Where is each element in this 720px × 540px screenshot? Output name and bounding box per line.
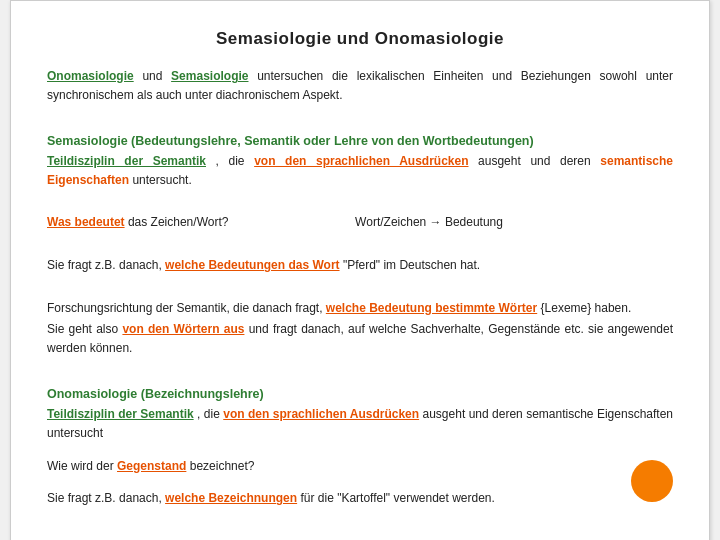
was-bedeutet-line: Was bedeutet das Zeichen/Wort? Wort/Zeic… — [47, 213, 673, 232]
slide-title: Semasiologie und Onomasiologie — [47, 29, 673, 49]
onomasiologie-text: Teildisziplin der Semantik , die von den… — [47, 405, 673, 442]
slide-container: Semasiologie und Onomasiologie Onomasiol… — [10, 0, 710, 540]
was-bedeutet-label: Was bedeutet — [47, 215, 125, 229]
onomasiologie-label: Onomasiologie — [47, 69, 134, 83]
was-bedeutet-section: Was bedeutet das Zeichen/Wort? Wort/Zeic… — [47, 213, 673, 232]
von-den-label-2: von den sprachlichen Ausdrücken — [223, 407, 419, 421]
gegenstand-label: Gegenstand — [117, 459, 186, 473]
intro-text: Onomasiologie und Semasiologie untersuch… — [47, 67, 673, 104]
semasiologie-label: Semasiologie — [171, 69, 248, 83]
orange-circle-decoration — [631, 460, 673, 502]
kartoffel-section: Sie fragt z.B. danach, welche Bezeichnun… — [47, 489, 673, 508]
forschungsrichtung-section: Forschungsrichtung der Semantik, die dan… — [47, 299, 673, 358]
onomasiologie-subtitle: Onomasiologie (Bezeichnungslehre) — [47, 387, 673, 401]
teildisziplin-label-1: Teildisziplin der Semantik — [47, 154, 206, 168]
welche-bedeutung-label: welche Bedeutung bestimmte Wörter — [326, 301, 537, 315]
forschungsrichtung-text: Forschungsrichtung der Semantik, die dan… — [47, 299, 673, 318]
intro-text-1: und — [142, 69, 171, 83]
sie-geht-text: Sie geht also von den Wörtern aus und fr… — [47, 320, 673, 357]
teildisziplin-label-2: Teildisziplin der Semantik — [47, 407, 194, 421]
sie-fragt-section: Sie fragt z.B. danach, welche Bedeutunge… — [47, 256, 673, 275]
semasiologie-subtitle: Semasiologie (Bedeutungslehre, Semantik … — [47, 134, 673, 148]
von-den-wortern-label: von den Wörtern aus — [122, 322, 244, 336]
title-text: Semasiologie und Onomasiologie — [216, 29, 504, 48]
wie-wird-section: Wie wird der Gegenstand bezeichnet? — [47, 457, 673, 476]
welche-bezeichnungen-label: welche Bezeichnungen — [165, 491, 297, 505]
von-den-label: von den sprachlichen Ausdrücken — [254, 154, 468, 168]
semasiologie-section: Semasiologie (Bedeutungslehre, Semantik … — [47, 134, 673, 189]
semasiologie-text: Teildisziplin der Semantik , die von den… — [47, 152, 673, 189]
onomasiologie-section: Onomasiologie (Bezeichnungslehre) Teildi… — [47, 387, 673, 442]
wie-wird-text: Wie wird der Gegenstand bezeichnet? — [47, 457, 673, 476]
sie-fragt-text: Sie fragt z.B. danach, welche Bedeutunge… — [47, 256, 673, 275]
welche-bedeutungen-label: welche Bedeutungen das Wort — [165, 258, 339, 272]
intro-text-2: untersuchen die lexikalischen Einheiten … — [47, 69, 673, 102]
intro-section: Onomasiologie und Semasiologie untersuch… — [47, 67, 673, 104]
kartoffel-text: Sie fragt z.B. danach, welche Bezeichnun… — [47, 489, 673, 508]
arrow-text: Wort/Zeichen → Bedeutung — [355, 215, 503, 229]
